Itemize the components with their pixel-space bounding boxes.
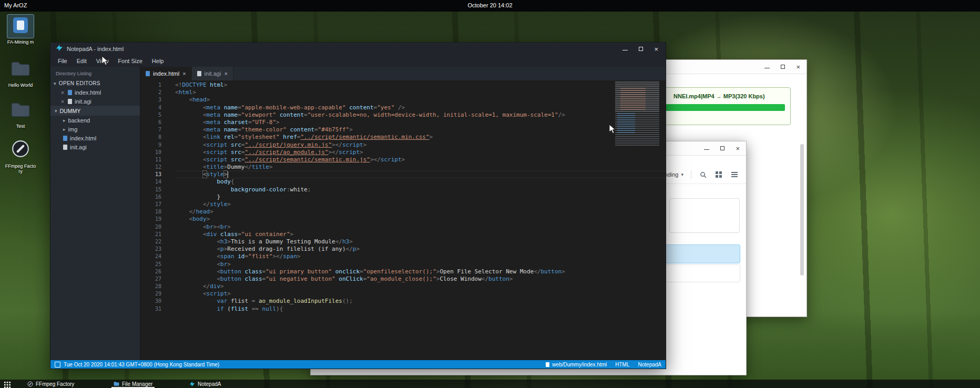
close-button[interactable]: × [654,46,658,52]
menu-edit[interactable]: Edit [73,56,91,66]
folder-icon [7,59,34,81]
file-icon [63,145,67,150]
file-icon [68,99,72,104]
aroz-menu-label[interactable]: My ArOZ [4,2,27,8]
minimize-button[interactable] [704,146,709,151]
file-explorer-sidebar: Directory Listing ▾ OPEN EDITORS × index… [50,67,140,360]
code-lines[interactable]: <!DOCTYPE html><html> <head> <meta name=… [170,80,666,360]
menu-help[interactable]: Help [148,56,168,66]
close-icon[interactable]: × [60,98,65,105]
status-language[interactable]: HTML [615,362,629,367]
close-icon[interactable]: × [182,70,186,77]
line-numbers: 1234567891011121314151617181920212223242… [140,80,170,360]
code-editor[interactable]: 1234567891011121314151617181920212223242… [140,80,666,360]
file-name: index.html [75,89,101,96]
menu-file[interactable]: File [54,56,72,66]
desktop-icon-label: Test [5,124,36,129]
window-title: NotepadA - index.html [67,46,124,52]
desktop-icon-label: Hello World [5,83,36,88]
file-icon [197,71,201,76]
chevron-down-icon: ▾ [681,172,683,177]
folder-icon [114,381,119,387]
desktop: My ArOZ October 20 14:02 FA-Mining m Hel… [0,0,980,388]
ffmpeg-app-icon [27,381,33,387]
folder-icon [7,100,34,122]
close-button[interactable]: × [796,64,800,70]
menu-view[interactable]: View [92,56,113,66]
notepada-logo-icon [56,44,63,54]
chevron-down-icon: ▾ [54,81,56,86]
menu-font-size[interactable]: Font Size [114,56,146,66]
taskbar-item-label: NotepadA [198,381,221,387]
status-file-path[interactable]: web/Dummy/index.html [552,362,607,367]
menu-bar: File Edit View Font Size Help [50,55,666,67]
tab-label: init.agi [205,70,221,77]
tab-label: index.html [153,70,179,77]
toolbar-divider [691,170,691,179]
taskbar-item-ffmpeg-factory[interactable]: FFmpeg Factory [25,380,76,388]
top-bar: My ArOZ October 20 14:02 [0,0,980,12]
taskbar-item-label: File Manager [122,381,152,387]
folder-name: backend [68,117,90,124]
maximize-button[interactable] [780,64,785,69]
file-item-selected[interactable] [655,244,740,263]
folder-name: img [68,126,78,132]
chevron-down-icon: ▾ [55,108,57,114]
desktop-icon-hello-world[interactable]: Hello World [4,59,37,88]
html-file-icon [68,90,72,95]
file-item[interactable] [655,264,740,282]
file-icon [546,362,549,367]
editor-titlebar[interactable]: NotepadA - index.html × [50,43,666,55]
close-button[interactable]: × [736,146,740,151]
tab-bar: index.html × init.agi × [140,67,666,80]
status-datetime: Tue Oct 20 2020 14:01:43 GMT+0800 (Hong … [64,362,219,367]
chevron-right-icon: ▸ [63,127,66,132]
tab-index-html[interactable]: index.html × [140,67,192,80]
desktop-icon-fa-mining[interactable]: FA-Mining m [4,15,37,45]
html-file-icon [63,136,67,141]
desktop-icon-test[interactable]: Test [4,100,37,129]
sidebar-header: Directory Listing [50,67,140,79]
desktop-icon-ffmpeg-factory[interactable]: FFmpeg Factory [4,138,37,174]
ffmpeg-app-icon [8,138,33,162]
open-editor-item-index-html[interactable]: × index.html [50,88,140,97]
taskbar-item-file-manager[interactable]: File Manager [111,380,155,388]
folder-root-dummy[interactable]: ▾ DUMMY [50,106,140,116]
editor-status-bar: Tue Oct 20 2020 14:01:43 GMT+0800 (Hong … [50,360,666,369]
desktop-icon-label: FA-Mining m [5,39,36,45]
close-icon[interactable]: × [60,89,65,96]
taskbar: FFmpeg Factory File Manager NotepadA [0,380,980,388]
tab-init-agi[interactable]: init.agi × [192,67,233,80]
calendar-icon [55,362,60,367]
file-name: index.html [70,135,96,141]
tree-folder-backend[interactable]: ▸ backend [50,116,140,125]
start-menu-icon[interactable] [4,381,11,387]
file-item[interactable] [669,198,740,233]
minimize-button[interactable] [764,64,770,69]
tree-folder-img[interactable]: ▸ img [50,125,140,134]
taskbar-item-label: FFmpeg Factory [36,381,74,387]
close-icon[interactable]: × [224,70,227,77]
file-name: init.agi [75,98,91,105]
clock: October 20 14:02 [467,2,512,8]
list-view-icon[interactable] [730,170,739,179]
minimap[interactable] [615,81,659,146]
grid-view-icon[interactable] [714,170,723,179]
minimize-button[interactable] [622,46,628,52]
taskbar-item-notepada[interactable]: NotepadA [187,380,223,388]
app-icon [7,15,34,38]
maximize-button[interactable] [720,146,725,151]
tree-file-init-agi[interactable]: init.agi [50,142,140,151]
maximize-button[interactable] [638,46,644,52]
open-editors-section[interactable]: ▾ OPEN EDITORS [50,79,140,88]
open-editor-item-init-agi[interactable]: × init.agi [50,97,140,106]
html-file-icon [146,71,150,76]
chevron-right-icon: ▸ [63,118,66,123]
tree-file-index-html[interactable]: index.html [50,134,140,142]
open-editors-label: OPEN EDITORS [59,80,100,86]
folder-name: DUMMY [60,108,81,114]
search-icon[interactable] [699,170,707,179]
notepada-logo-icon [189,381,195,387]
scrollbar[interactable] [800,144,804,275]
status-app-name: NotepadA [638,362,661,367]
